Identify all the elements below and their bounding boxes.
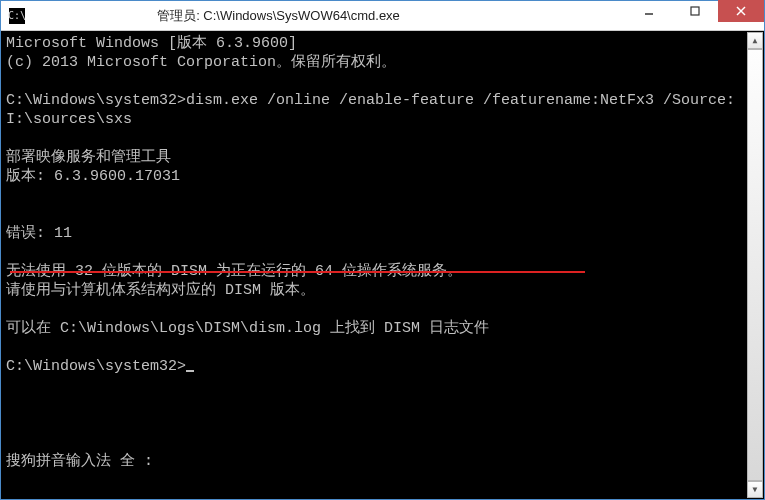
maximize-button[interactable] [672, 0, 718, 22]
window-title: 管理员: C:\Windows\SysWOW64\cmd.exe [0, 7, 626, 25]
prompt-path: C:\Windows\system32> [6, 92, 186, 109]
scroll-down-button[interactable]: ▼ [747, 481, 763, 498]
cmd-window: C:\ 管理员: C:\Windows\SysWOW64\cmd.exe Mic… [0, 0, 765, 500]
minimize-button[interactable] [626, 0, 672, 22]
cursor [186, 370, 194, 372]
error-msg-1: 无法使用 32 位版本的 DISM 为正在运行的 64 位操作系统服务。 [6, 263, 462, 280]
error-code-line: 错误: 11 [6, 225, 72, 242]
tool-name-line: 部署映像服务和管理工具 [6, 149, 171, 166]
window-controls [626, 1, 764, 30]
scroll-track[interactable] [747, 49, 763, 481]
version-line: Microsoft Windows [版本 6.3.9600] [6, 35, 297, 52]
titlebar: C:\ 管理员: C:\Windows\SysWOW64\cmd.exe [1, 1, 764, 31]
close-button[interactable] [718, 0, 764, 22]
tool-version-line: 版本: 6.3.9600.17031 [6, 168, 180, 185]
log-location-line: 可以在 C:\Windows\Logs\DISM\dism.log 上找到 DI… [6, 320, 489, 337]
ime-status-line: 搜狗拼音输入法 全 : [6, 453, 153, 470]
copyright-line: (c) 2013 Microsoft Corporation。保留所有权利。 [6, 54, 396, 71]
vertical-scrollbar[interactable]: ▲ ▼ [747, 32, 763, 498]
error-msg-2: 请使用与计算机体系结构对应的 DISM 版本。 [6, 282, 315, 299]
terminal-output[interactable]: Microsoft Windows [版本 6.3.9600] (c) 2013… [2, 32, 763, 498]
prompt-2: C:\Windows\system32> [6, 358, 186, 375]
svg-rect-1 [691, 7, 699, 15]
scroll-thumb[interactable] [747, 49, 763, 481]
scroll-up-button[interactable]: ▲ [747, 32, 763, 49]
